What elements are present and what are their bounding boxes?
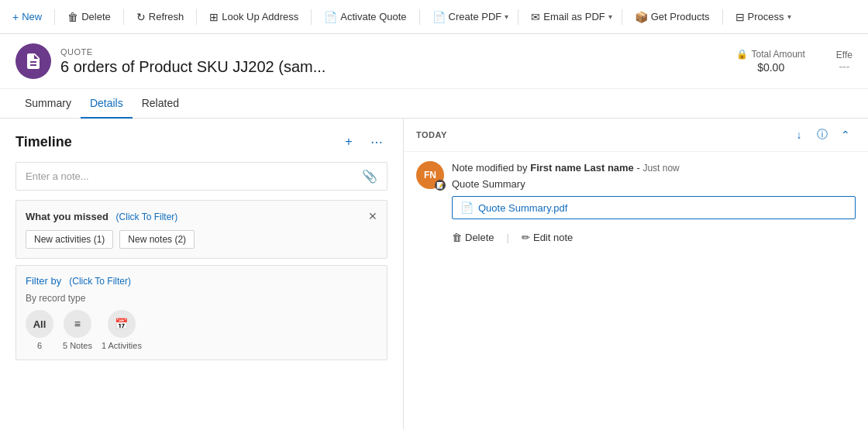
missed-header-text: What you missed (Click To Filter) <box>26 211 177 222</box>
filter-all[interactable]: All 6 <box>26 310 53 350</box>
today-label: TODAY <box>416 130 447 139</box>
attachment-pdf-icon: 📄 <box>460 201 474 214</box>
record-info: QUOTE 6 orders of Product SKU JJ202 (sam… <box>60 47 736 76</box>
download-icon: ↓ <box>797 129 802 141</box>
collapse-icon: ⌃ <box>841 129 850 141</box>
timeline-title: Timeline <box>16 134 72 150</box>
filter-all-count: 6 <box>37 341 42 350</box>
download-button[interactable]: ↓ <box>789 125 809 145</box>
get-products-icon: 📦 <box>635 11 648 23</box>
modified-prefix: Note modified by <box>452 162 528 174</box>
activity-item: FN 📝 Note modified by First name Last na… <box>404 152 868 259</box>
sep3 <box>196 9 197 25</box>
sep1 <box>54 9 55 25</box>
lookup-button[interactable]: ⊞ Look Up Address <box>203 8 305 26</box>
note-input[interactable]: Enter a note... 📎 <box>16 162 388 191</box>
record-type: QUOTE <box>60 47 736 57</box>
activity-desc: Note modified by First name Last name - … <box>452 161 856 175</box>
sep4 <box>311 9 312 25</box>
author-name: First name Last name <box>530 162 634 174</box>
refresh-icon: ↻ <box>136 11 146 23</box>
sep8 <box>722 9 723 25</box>
create-pdf-label: Create PDF <box>449 11 502 22</box>
activate-label: Activate Quote <box>340 11 406 22</box>
timeline-add-button[interactable]: + <box>338 131 360 153</box>
filter-all-circle: All <box>26 310 53 338</box>
activity-footer: 🗑 Delete | ✏ Edit note <box>452 225 856 249</box>
avatar-badge: 📝 <box>435 180 446 191</box>
missed-close-button[interactable]: ✕ <box>368 210 377 222</box>
new-activities-badge[interactable]: New activities (1) <box>26 230 113 249</box>
activate-button[interactable]: 📄 Activate Quote <box>318 8 412 26</box>
activity-body: Note modified by First name Last name - … <box>452 161 856 249</box>
sep7 <box>622 9 622 25</box>
timeline-panel: Timeline + ⋯ Enter a note... 📎 What you … <box>0 119 403 429</box>
sep2 <box>123 9 124 25</box>
total-amount-label: 🔒 Total Amount <box>736 49 804 60</box>
missed-title: What you missed <box>26 211 108 222</box>
get-products-button[interactable]: 📦 Get Products <box>629 8 716 26</box>
footer-sep: | <box>507 232 509 243</box>
timeline-header: Timeline + ⋯ <box>16 131 388 153</box>
sep5 <box>419 9 420 25</box>
filter-activities-circle: 📅 <box>108 310 136 338</box>
new-label: New <box>22 11 42 22</box>
filter-activities[interactable]: 📅 1 Activities <box>102 310 142 350</box>
refresh-button[interactable]: ↻ Refresh <box>130 8 191 26</box>
filter-sub: By record type <box>26 293 377 304</box>
clip-icon: 📎 <box>362 169 377 184</box>
email-pdf-arrow: ▾ <box>608 12 612 21</box>
email-pdf-icon: ✉ <box>531 11 540 23</box>
info-button[interactable]: ⓘ <box>812 125 832 145</box>
email-pdf-label: Email as PDF <box>543 11 604 22</box>
create-pdf-arrow: ▾ <box>505 12 508 21</box>
avatar-initials: FN <box>424 170 436 181</box>
attachment-item[interactable]: 📄 Quote Summary.pdf <box>452 196 856 219</box>
process-button[interactable]: ⊟ Process ▾ <box>729 8 794 26</box>
sep6 <box>518 9 518 25</box>
create-pdf-button[interactable]: 📄 Create PDF ▾ <box>426 8 512 26</box>
refresh-label: Refresh <box>149 11 184 22</box>
delete-icon: 🗑 <box>452 232 462 243</box>
lookup-icon: ⊞ <box>209 11 219 23</box>
activity-header-actions: ↓ ⓘ ⌃ <box>789 125 856 145</box>
edit-icon: ✏ <box>522 232 530 243</box>
info-icon: ⓘ <box>817 128 828 142</box>
activity-subtitle: Quote Summary <box>452 178 856 190</box>
create-pdf-icon: 📄 <box>432 11 446 23</box>
collapse-button[interactable]: ⌃ <box>835 125 856 145</box>
new-button[interactable]: + New <box>6 8 48 26</box>
process-label: Process <box>748 11 784 22</box>
filter-all-label: All <box>33 318 46 330</box>
activity-avatar: FN 📝 <box>416 161 444 189</box>
record-title: 6 orders of Product SKU JJ202 (sam... <box>60 58 736 76</box>
record-meta: 🔒 Total Amount $0.00 Effe --- <box>736 49 852 74</box>
delete-note-button[interactable]: 🗑 Delete <box>452 229 494 246</box>
activity-time: Just now <box>642 163 679 174</box>
filter-click-text[interactable]: (Click To Filter) <box>69 276 131 287</box>
quote-icon <box>24 52 43 71</box>
filter-notes[interactable]: ≡ 5 Notes <box>63 310 92 350</box>
filter-notes-label: 5 Notes <box>63 341 92 350</box>
delete-button[interactable]: 🗑 Delete <box>61 8 117 26</box>
filter-activities-label: 1 Activities <box>102 341 142 350</box>
toolbar: + New 🗑 Delete ↻ Refresh ⊞ Look Up Addre… <box>0 0 868 34</box>
edit-note-button[interactable]: ✏ Edit note <box>522 229 573 246</box>
activities-icon: 📅 <box>115 318 128 330</box>
effective-meta: Effe --- <box>836 50 852 73</box>
get-products-label: Get Products <box>651 11 710 22</box>
tab-related[interactable]: Related <box>133 89 188 119</box>
timeline-more-icon: ⋯ <box>370 135 383 150</box>
timeline-actions: + ⋯ <box>338 131 388 153</box>
activity-panel: TODAY ↓ ⓘ ⌃ FN 📝 Note modifie <box>403 119 868 429</box>
tab-summary[interactable]: Summary <box>16 89 81 119</box>
filter-header: Filter by (Click To Filter) <box>26 275 377 287</box>
timeline-more-button[interactable]: ⋯ <box>366 131 388 153</box>
missed-badges: New activities (1) New notes (2) <box>26 230 377 249</box>
tab-details[interactable]: Details <box>81 89 133 119</box>
new-notes-badge[interactable]: New notes (2) <box>119 230 195 249</box>
delete-label: Delete <box>81 11 111 22</box>
record-header: QUOTE 6 orders of Product SKU JJ202 (sam… <box>0 34 868 89</box>
email-pdf-button[interactable]: ✉ Email as PDF ▾ <box>525 8 615 26</box>
missed-filter-text[interactable]: (Click To Filter) <box>116 212 178 222</box>
